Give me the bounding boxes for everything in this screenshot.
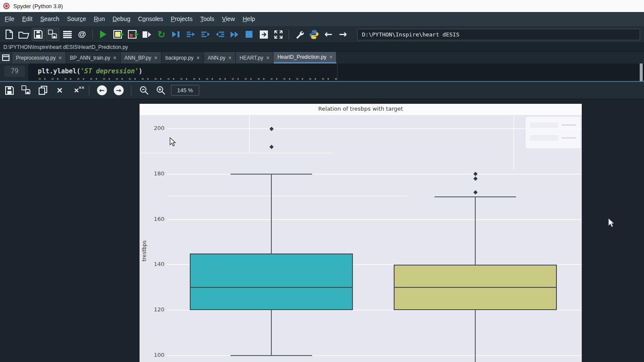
target-group-1-outlier — [269, 145, 273, 149]
debug-file-icon — [172, 31, 180, 38]
tab-label: Preprocessing.py — [16, 55, 56, 61]
menu-debug[interactable]: Debug — [109, 12, 134, 26]
tabs-strip: Preprocessing.py×BP_ANN_train.py×ANN_BP.… — [12, 52, 337, 63]
menu-view[interactable]: View — [218, 12, 239, 26]
zoom-out-button[interactable] — [137, 84, 150, 97]
tab-close-icon[interactable]: × — [154, 55, 157, 61]
next-plot-button[interactable]: → — [112, 84, 125, 97]
target-group-2-outlier — [473, 176, 477, 181]
target-group-2-outlier — [473, 172, 477, 176]
tab-close-icon[interactable]: × — [113, 55, 116, 61]
gridline-y160 — [167, 219, 582, 220]
menu-tools[interactable]: Tools — [196, 12, 218, 26]
title-bar: Spyder (Python 3.8) — [0, 0, 644, 12]
spyder-logo-icon — [3, 3, 10, 9]
main-toolbar-icons: @↻←→ — [3, 28, 349, 41]
close-all-plots-button[interactable]: ××× — [70, 84, 83, 97]
navigate-back-button[interactable]: ← — [322, 28, 335, 41]
ytick-label: 140 — [144, 261, 164, 267]
save-all-plots-button[interactable] — [20, 84, 33, 97]
toolbar-separator — [131, 86, 131, 95]
menu-help[interactable]: Help — [239, 12, 259, 26]
previous-plot-icon: ← — [97, 85, 107, 95]
faded-legend-entry — [562, 137, 576, 139]
target-group-1-outlier — [269, 127, 273, 131]
menu-edit[interactable]: Edit — [18, 12, 36, 26]
code-string-literal: 'ST depression' — [80, 67, 138, 75]
open-file-button[interactable] — [17, 28, 30, 41]
new-file-button[interactable] — [3, 28, 15, 41]
debug-file-button[interactable] — [170, 28, 182, 41]
fullscreen-button[interactable] — [272, 28, 285, 41]
menu-source[interactable]: Source — [63, 12, 90, 26]
tab-ann_bp-py[interactable]: ANN_BP.py× — [121, 52, 162, 63]
ghost-gridline — [167, 196, 407, 196]
plots-toolbar-icons: ××××←→ — [3, 84, 167, 97]
menu-file[interactable]: File — [1, 12, 18, 26]
tab-heart-py[interactable]: HEART.py× — [236, 52, 273, 63]
working-directory-value: D:\PYTHON\Inspire\heart dESIS — [362, 31, 459, 38]
run-cell-button[interactable] — [111, 28, 124, 41]
menu-projects[interactable]: Projects — [167, 12, 197, 26]
preferences-wrench-button[interactable] — [293, 28, 306, 41]
editor-scrollbar[interactable] — [640, 63, 643, 81]
figure-title: Relation of tresbps with target — [140, 104, 582, 115]
tab-close-icon[interactable]: × — [59, 55, 62, 61]
navigate-forward-button[interactable]: → — [337, 28, 349, 41]
maximize-pane-icon — [259, 30, 268, 39]
run-selection-button[interactable] — [140, 28, 153, 41]
previous-plot-button[interactable]: ← — [95, 84, 108, 97]
save-plot-button[interactable] — [3, 84, 16, 97]
target-group-1-box — [190, 253, 353, 310]
next-plot-icon: → — [114, 85, 124, 95]
tab-preprocessing-py[interactable]: Preprocessing.py× — [12, 52, 66, 63]
restart-kernel-button[interactable]: ↻ — [155, 28, 168, 41]
step-return-button[interactable] — [213, 28, 226, 41]
navigate-forward-icon: → — [339, 30, 347, 39]
save-file-button[interactable] — [32, 28, 45, 41]
menu-consoles[interactable]: Consoles — [134, 12, 167, 26]
save-all-button[interactable] — [46, 28, 59, 41]
run-cell-advance-button[interactable] — [126, 28, 139, 41]
python-path-manager-button[interactable] — [307, 28, 320, 41]
working-directory-combobox[interactable]: D:\PYTHON\Inspire\heart dESIS — [357, 29, 640, 40]
close-plot-button[interactable]: × — [53, 84, 66, 97]
breadcrumb: D:\PYTHON\Inspire\heart dESIS\HeartD_Pre… — [3, 44, 128, 50]
tab-close-icon[interactable]: × — [197, 55, 200, 61]
editor-tab-bar: Preprocessing.py×BP_ANN_train.py×ANN_BP.… — [0, 52, 644, 63]
tab-close-icon[interactable]: × — [228, 55, 231, 61]
menu-search[interactable]: Search — [36, 12, 63, 26]
step-over-button[interactable] — [184, 28, 197, 41]
zoom-out-icon — [140, 86, 149, 95]
run-cell-advance-icon — [128, 30, 137, 39]
zoom-in-button[interactable] — [154, 84, 167, 97]
at-symbol-button[interactable]: @ — [76, 28, 88, 41]
toolbar-separator — [92, 30, 93, 39]
gridline-y100 — [167, 355, 582, 356]
tab-close-icon[interactable]: × — [329, 54, 332, 60]
open-file-icon — [18, 30, 29, 39]
run-file-button[interactable] — [97, 28, 109, 41]
tab-heartd_prediction-py[interactable]: HeartD_Prediction.py× — [273, 52, 337, 63]
zoom-level-field[interactable]: 145 % — [171, 85, 199, 96]
copy-plot-button[interactable] — [36, 84, 49, 97]
menu-run[interactable]: Run — [90, 12, 109, 26]
tab-bp_ann_train-py[interactable]: BP_ANN_train.py× — [66, 52, 121, 63]
window-title: Spyder (Python 3.8) — [13, 3, 63, 9]
browse-tabs-button[interactable] — [0, 52, 12, 63]
stop-debug-button[interactable] — [243, 28, 255, 41]
code-line: plt.ylabel('ST depression') — [38, 67, 143, 76]
spyder-window: Spyder (Python 3.8) FileEditSearchSource… — [0, 0, 644, 362]
target-group-2-median — [394, 287, 557, 288]
clipped-code-line — [39, 78, 339, 80]
plots-toolbar: ××××←→ 145 % — [0, 82, 644, 99]
tab-close-icon[interactable]: × — [266, 55, 269, 61]
outline-explorer-button[interactable] — [61, 28, 74, 41]
step-into-button[interactable] — [199, 28, 212, 41]
code-editor[interactable]: 79 plt.ylabel('ST depression') — [0, 63, 644, 81]
tab-backprop-py[interactable]: backprop.py× — [161, 52, 204, 63]
continue-execution-button[interactable] — [228, 28, 241, 41]
tab-ann-py[interactable]: ANN.py× — [204, 52, 236, 63]
maximize-pane-button[interactable] — [257, 28, 270, 41]
step-into-icon — [201, 31, 210, 38]
